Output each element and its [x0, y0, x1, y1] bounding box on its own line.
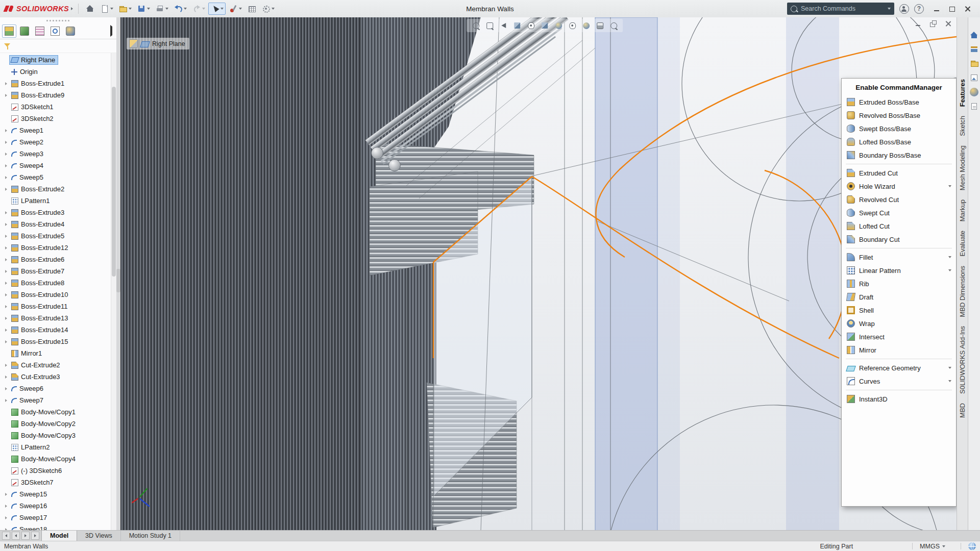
tree-item-boss-extrude1[interactable]: Boss-Extrude1: [0, 78, 111, 89]
tree-item-body[interactable]: Boss-Extrude12: [9, 243, 71, 253]
propertymanager-tab[interactable]: [17, 24, 32, 38]
menu-item-revolved-boss-base[interactable]: Revolved Boss/Base: [842, 109, 956, 122]
document-minimize-icon[interactable]: [915, 20, 922, 27]
tree-item-cut-extrude3[interactable]: Cut-Extrude3: [0, 371, 111, 383]
scroll-last-button[interactable]: [31, 532, 39, 540]
globe-icon[interactable]: [968, 542, 976, 550]
menu-item-rib[interactable]: Rib: [842, 277, 956, 290]
tree-item-boss-extrude5[interactable]: Boss-Extrude5: [0, 230, 111, 242]
expand-arrow-icon[interactable]: [3, 141, 9, 144]
scrollbar-thumb[interactable]: [112, 87, 116, 277]
tree-item-boss-extrude15[interactable]: Boss-Extrude15: [0, 336, 111, 347]
tab-motion-study-1[interactable]: Motion Study 1: [121, 531, 180, 541]
new-document-button[interactable]: [98, 3, 115, 15]
tree-item-body[interactable]: Body-Move/Copy1: [9, 407, 79, 417]
tree-item-sweep3[interactable]: Sweep3: [0, 148, 111, 160]
tree-item-sweep7[interactable]: Sweep7: [0, 394, 111, 406]
tree-item-sweep5[interactable]: Sweep5: [0, 171, 111, 183]
displaymanager-tab[interactable]: [63, 24, 78, 38]
search-commands-box[interactable]: [787, 3, 894, 15]
tree-item-right-plane[interactable]: Right Plane: [0, 54, 111, 66]
taskpane-design-library-icon[interactable]: [970, 45, 978, 54]
expand-arrow-icon[interactable]: [3, 375, 9, 379]
tree-item-boss-extrude10[interactable]: Boss-Extrude10: [0, 289, 111, 300]
taskpane-custom-properties-icon[interactable]: [970, 102, 978, 111]
tree-item-boss-extrude3[interactable]: Boss-Extrude3: [0, 207, 111, 218]
expand-arrow-icon[interactable]: [3, 340, 9, 343]
tree-item-body[interactable]: Boss-Extrude13: [9, 313, 71, 323]
dimxpertmanager-tab[interactable]: [48, 24, 62, 38]
expand-arrow-icon[interactable]: [3, 516, 9, 519]
tree-item-body[interactable]: Cut-Extrude3: [9, 372, 63, 382]
tree-item-boss-extrude9[interactable]: Boss-Extrude9: [0, 89, 111, 101]
minimize-button[interactable]: [929, 2, 944, 15]
tree-item-boss-extrude11[interactable]: Boss-Extrude11: [0, 300, 111, 312]
tree-item-body[interactable]: Origin: [9, 67, 41, 77]
menu-item-linear-pattern[interactable]: Linear Pattern: [842, 264, 956, 277]
tab-model[interactable]: Model: [41, 531, 77, 541]
help-button[interactable]: ?: [914, 4, 924, 14]
menu-item-swept-boss-base[interactable]: Swept Boss/Base: [842, 122, 956, 135]
commandmanager-tab-evaluate[interactable]: Evaluate: [959, 231, 966, 257]
taskpane-file-explorer-icon[interactable]: [970, 59, 978, 68]
breadcrumb[interactable]: Right Plane: [127, 38, 189, 49]
panel-splitter[interactable]: [116, 17, 120, 531]
tree-item-body-move-copy1[interactable]: Body-Move/Copy1: [0, 406, 111, 418]
menu-item-wrap[interactable]: Wrap: [842, 317, 956, 330]
expand-arrow-icon[interactable]: [3, 129, 9, 132]
tree-item-body[interactable]: Cut-Extrude2: [9, 360, 63, 370]
menu-item-reference-geometry[interactable]: Reference Geometry: [842, 361, 956, 374]
menu-item-shell[interactable]: Shell: [842, 304, 956, 317]
tree-item-body[interactable]: Boss-Extrude2: [9, 184, 67, 194]
commandmanager-tab-mbd-dimensions[interactable]: MBD Dimensions: [959, 266, 966, 317]
tree-item-body[interactable]: Boss-Extrude9: [9, 90, 67, 101]
tree-item-lpattern2[interactable]: LPattern2: [0, 441, 111, 453]
units-dropdown[interactable]: MMGS: [920, 543, 945, 550]
tree-item-body[interactable]: Mirror1: [9, 348, 45, 359]
search-input[interactable]: [800, 5, 885, 13]
tab-3d-views[interactable]: 3D Views: [77, 531, 121, 541]
expand-arrow-icon[interactable]: [3, 176, 9, 179]
tree-item-3dsketch6[interactable]: (-) 3DSketch6: [0, 465, 111, 477]
tree-item-sweep17[interactable]: Sweep17: [0, 512, 111, 523]
tree-item-body[interactable]: Sweep17: [9, 513, 50, 522]
tree-item-body[interactable]: (-) 3DSketch6: [9, 466, 65, 476]
tree-item-body[interactable]: Sweep6: [9, 384, 46, 393]
expand-arrow-icon[interactable]: [3, 329, 9, 332]
commandmanager-tab-markup[interactable]: Markup: [959, 199, 966, 221]
menu-item-curves[interactable]: Curves: [842, 374, 956, 388]
tree-item-boss-extrude2[interactable]: Boss-Extrude2: [0, 183, 111, 195]
expand-arrow-icon[interactable]: [3, 94, 9, 97]
document-restore-icon[interactable]: [930, 20, 937, 27]
tree-item-boss-extrude8[interactable]: Boss-Extrude8: [0, 277, 111, 289]
save-button[interactable]: [135, 3, 152, 15]
tree-item-body[interactable]: Right Plane: [9, 55, 58, 65]
tree-item-sweep18[interactable]: Sweep18: [0, 523, 111, 531]
expand-arrow-icon[interactable]: [3, 493, 9, 496]
tree-item-boss-extrude14[interactable]: Boss-Extrude14: [0, 324, 111, 336]
tree-item-sweep1[interactable]: Sweep1: [0, 124, 111, 136]
tree-item-sweep4[interactable]: Sweep4: [0, 160, 111, 171]
scroll-first-button[interactable]: [2, 532, 10, 540]
tree-item-body[interactable]: Sweep3: [9, 149, 46, 159]
menu-item-hole-wizard[interactable]: Hole Wizard: [842, 180, 956, 193]
tree-item-body-move-copy3[interactable]: Body-Move/Copy3: [0, 430, 111, 441]
tree-item-body[interactable]: 3DSketch1: [9, 102, 57, 112]
taskpane-appearances-scenes-icon[interactable]: [970, 88, 978, 96]
tree-item-body[interactable]: Boss-Extrude8: [9, 278, 67, 288]
expand-arrow-icon[interactable]: [3, 211, 9, 214]
select-button[interactable]: [208, 3, 226, 15]
tree-item-boss-extrude12[interactable]: Boss-Extrude12: [0, 242, 111, 254]
view-settings-icon[interactable]: [608, 20, 619, 31]
tree-item-body[interactable]: Boss-Extrude6: [9, 255, 67, 265]
tree-item-body[interactable]: Boss-Extrude1: [9, 79, 67, 89]
tree-item-body[interactable]: Sweep2: [9, 137, 46, 147]
featuremanager-design-tree-tab[interactable]: [2, 24, 16, 38]
evaluate-table-button[interactable]: [245, 3, 258, 15]
tree-item-body[interactable]: Boss-Extrude7: [9, 266, 67, 277]
tree-item-mirror1[interactable]: Mirror1: [0, 347, 111, 359]
tree-item-3dsketch2[interactable]: 3DSketch2: [0, 113, 111, 124]
tree-item-body[interactable]: Boss-Extrude10: [9, 290, 71, 300]
expand-arrow-icon[interactable]: [3, 153, 9, 156]
tree-item-body[interactable]: Sweep4: [9, 161, 46, 170]
